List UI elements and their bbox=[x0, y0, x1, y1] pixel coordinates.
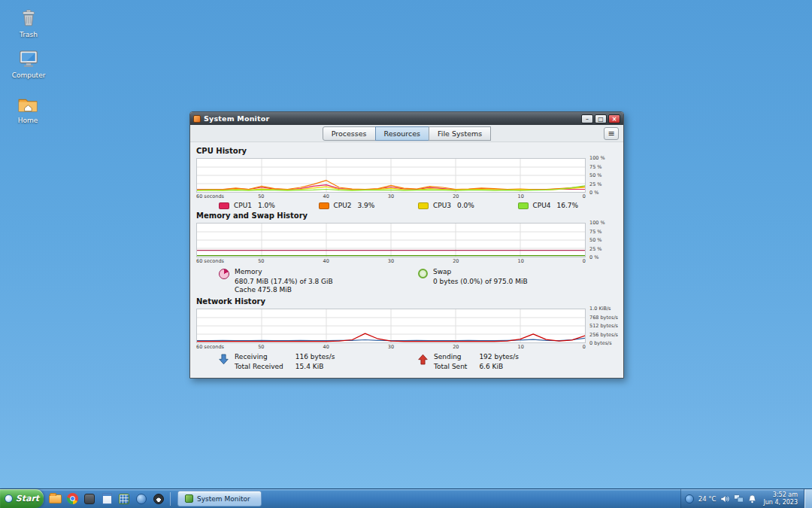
network-section-title: Network History bbox=[196, 297, 617, 306]
cpu2-color-swatch bbox=[319, 202, 329, 209]
start-label: Start bbox=[16, 494, 39, 503]
cpu1-label: CPU1 bbox=[234, 202, 252, 209]
tab-bar: Processes Resources File Systems ≡ bbox=[190, 125, 623, 142]
quick-launch-bar bbox=[44, 489, 176, 508]
file-manager-icon[interactable] bbox=[47, 491, 62, 506]
x-axis-label: 50 bbox=[258, 193, 264, 199]
spreadsheet-icon[interactable] bbox=[117, 491, 132, 506]
desktop-icon-label: Trash bbox=[5, 31, 53, 38]
total-sent-label: Total Sent bbox=[434, 363, 467, 372]
memory-section-title: Memory and Swap History bbox=[196, 211, 617, 220]
desktop-icon-label: Computer bbox=[5, 71, 53, 79]
home-folder-icon bbox=[15, 92, 41, 116]
start-button[interactable]: Start bbox=[0, 489, 44, 508]
system-tray: 24 °C 3:52 am Jun 4, 2023 bbox=[680, 489, 804, 508]
total-received-label: Total Received bbox=[235, 363, 283, 372]
system-monitor-task-icon bbox=[185, 494, 193, 503]
cpu3-label: CPU3 bbox=[433, 202, 451, 209]
window-title: System Monitor bbox=[204, 114, 578, 123]
total-received-value: 15.4 KiB bbox=[295, 363, 335, 372]
show-desktop-button[interactable] bbox=[804, 489, 812, 508]
updates-icon[interactable] bbox=[685, 494, 694, 503]
tab-resources[interactable]: Resources bbox=[375, 126, 430, 141]
system-monitor-window: System Monitor – □ × Processes Resources… bbox=[189, 111, 624, 379]
memory-pie-icon bbox=[219, 269, 229, 279]
volume-icon[interactable] bbox=[720, 494, 729, 503]
chrome-browser-icon[interactable] bbox=[65, 491, 80, 506]
notifications-icon[interactable] bbox=[748, 494, 756, 503]
cpu2-label: CPU2 bbox=[334, 202, 352, 209]
desktop-icon-label: Home bbox=[4, 117, 52, 124]
maximize-button[interactable]: □ bbox=[595, 114, 607, 123]
y-axis-label: 100 % bbox=[589, 155, 605, 161]
weather-temperature[interactable]: 24 °C bbox=[698, 495, 717, 503]
window-titlebar[interactable]: System Monitor – □ × bbox=[190, 112, 623, 125]
taskbar-clock[interactable]: 3:52 am Jun 4, 2023 bbox=[761, 491, 800, 506]
cpu1-value: 1.0% bbox=[258, 202, 275, 209]
swap-label: Swap bbox=[433, 268, 528, 277]
memory-y-axis: 100 %75 %50 %25 %0 % bbox=[586, 223, 617, 257]
cpu-legend: CPU1 1.0% CPU2 3.9% CPU3 0.0% bbox=[196, 202, 617, 209]
y-axis-label: 100 % bbox=[589, 220, 605, 226]
cpu-history-section: CPU History 60 seconds50403020100 100 %7… bbox=[196, 147, 617, 209]
window-controls: – □ × bbox=[581, 114, 620, 123]
desktop-icon-home[interactable]: Home bbox=[4, 92, 52, 124]
x-axis-label: 40 bbox=[323, 258, 329, 264]
gimp-icon[interactable] bbox=[151, 491, 166, 506]
y-axis-label: 50 % bbox=[589, 237, 602, 243]
receiving-label: Receiving bbox=[235, 353, 283, 362]
memory-cache: Cache 475.8 MiB bbox=[235, 286, 333, 295]
desktop-icon-computer[interactable]: Computer bbox=[5, 47, 53, 79]
x-axis-label: 60 seconds bbox=[196, 258, 224, 264]
minimize-button[interactable]: – bbox=[581, 114, 593, 123]
task-button-label: System Monitor bbox=[197, 495, 250, 503]
cpu4-label: CPU4 bbox=[533, 202, 551, 209]
y-axis-label: 0 % bbox=[589, 190, 598, 196]
cpu-x-axis: 60 seconds50403020100 bbox=[196, 193, 586, 199]
x-axis-label: 50 bbox=[258, 258, 264, 264]
x-axis-label: 10 bbox=[518, 344, 524, 350]
text-editor-icon[interactable] bbox=[99, 491, 114, 506]
cpu2-value: 3.9% bbox=[358, 202, 375, 209]
cpu1-legend-item: CPU1 1.0% bbox=[219, 202, 319, 209]
tab-processes[interactable]: Processes bbox=[323, 126, 376, 141]
start-logo-icon bbox=[5, 494, 13, 503]
x-axis-label: 30 bbox=[388, 193, 394, 199]
cpu4-legend-item: CPU4 16.7% bbox=[518, 202, 618, 209]
y-axis-label: 25 % bbox=[589, 181, 602, 187]
tab-file-systems[interactable]: File Systems bbox=[429, 126, 491, 141]
clock-time: 3:52 am bbox=[763, 491, 798, 499]
x-axis-label: 60 seconds bbox=[196, 344, 224, 350]
resources-panel: CPU History 60 seconds50403020100 100 %7… bbox=[190, 142, 623, 378]
x-axis-label: 60 seconds bbox=[196, 193, 224, 199]
taskbar-separator bbox=[170, 492, 171, 506]
memory-legend: Memory 680.7 MiB (17.4%) of 3.8 GiB Cach… bbox=[196, 268, 617, 295]
taskbar: Start System Monitor 24 °C bbox=[0, 488, 812, 508]
network-history-section: Network History 60 seconds50403020100 1.… bbox=[196, 297, 617, 371]
x-axis-label: 20 bbox=[453, 344, 459, 350]
web-browser-icon[interactable] bbox=[134, 491, 149, 506]
cpu-y-axis: 100 %75 %50 %25 %0 % bbox=[586, 158, 617, 193]
cpu-history-chart bbox=[196, 158, 586, 193]
y-axis-label: 256 bytes/s bbox=[589, 332, 618, 338]
receiving-legend-item: Receiving 116 bytes/s Total Received 15.… bbox=[219, 353, 418, 371]
cpu4-color-swatch bbox=[518, 202, 529, 209]
x-axis-label: 0 bbox=[583, 344, 586, 350]
network-legend: Receiving 116 bytes/s Total Received 15.… bbox=[196, 353, 617, 371]
y-axis-label: 768 bytes/s bbox=[589, 315, 618, 321]
x-axis-label: 50 bbox=[258, 344, 264, 350]
computer-icon bbox=[16, 47, 41, 71]
cpu3-color-swatch bbox=[418, 202, 429, 209]
network-icon[interactable] bbox=[734, 494, 744, 503]
desktop-icon-trash[interactable]: Trash bbox=[5, 6, 53, 38]
hamburger-menu-button[interactable]: ≡ bbox=[604, 127, 619, 140]
task-button-system-monitor[interactable]: System Monitor bbox=[177, 491, 262, 506]
y-axis-label: 1.0 KiB/s bbox=[589, 306, 611, 312]
network-x-axis: 60 seconds50403020100 bbox=[196, 343, 586, 350]
memory-usage: 680.7 MiB (17.4%) of 3.8 GiB bbox=[235, 278, 333, 287]
terminal-icon[interactable] bbox=[82, 491, 97, 506]
close-button[interactable]: × bbox=[608, 114, 620, 123]
x-axis-label: 0 bbox=[583, 193, 586, 199]
memory-x-axis: 60 seconds50403020100 bbox=[196, 257, 586, 264]
cpu4-value: 16.7% bbox=[557, 202, 579, 209]
